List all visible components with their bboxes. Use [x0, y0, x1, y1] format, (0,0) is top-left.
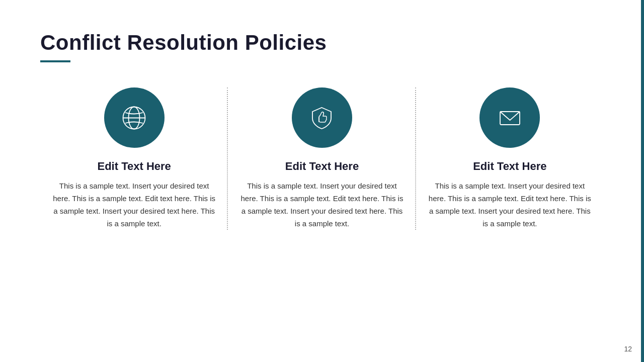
right-bar — [641, 0, 644, 362]
mail-icon-circle — [479, 87, 540, 148]
card-2: Edit Text Here This is a sample text. In… — [228, 87, 416, 230]
card-1: Edit Text Here This is a sample text. In… — [40, 87, 228, 230]
svg-rect-4 — [500, 112, 520, 125]
page-number: 12 — [624, 345, 632, 353]
shield-thumb-icon — [308, 104, 336, 132]
title-section: Conflict Resolution Policies — [40, 30, 604, 62]
globe-icon-circle — [104, 87, 165, 148]
card-3: Edit Text Here This is a sample text. In… — [416, 87, 604, 230]
slide: Conflict Resolution Policies Edit Text H… — [0, 0, 644, 362]
card-1-text: This is a sample text. Insert your desir… — [50, 180, 218, 230]
card-2-title: Edit Text Here — [285, 160, 359, 173]
shield-thumb-icon-circle — [292, 87, 352, 148]
cards-container: Edit Text Here This is a sample text. In… — [40, 87, 604, 230]
title-underline — [40, 60, 70, 62]
card-3-text: This is a sample text. Insert your desir… — [426, 180, 594, 230]
card-2-text: This is a sample text. Insert your desir… — [238, 180, 406, 230]
mail-icon — [496, 104, 524, 132]
card-3-title: Edit Text Here — [473, 160, 546, 173]
globe-icon — [120, 104, 148, 132]
page-title: Conflict Resolution Policies — [40, 30, 604, 55]
card-1-title: Edit Text Here — [98, 160, 171, 173]
